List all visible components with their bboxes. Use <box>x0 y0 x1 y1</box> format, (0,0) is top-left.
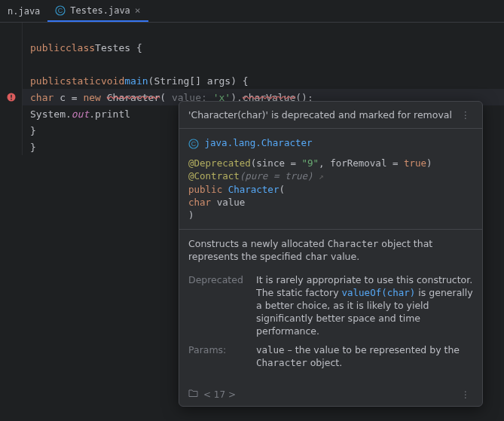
popup-title: 'Character(char)' is deprecated and mark… <box>188 109 452 121</box>
tab-active[interactable]: C Testes.java × <box>47 0 148 22</box>
valueof-link[interactable]: valueOf(char) <box>342 287 416 298</box>
folder-icon[interactable] <box>188 389 199 400</box>
more-icon[interactable]: ⋮ <box>458 389 473 400</box>
svg-text:C: C <box>191 140 197 148</box>
svg-rect-4 <box>11 99 12 100</box>
params-text: value – the value to be represented by t… <box>256 343 473 369</box>
tab-inactive[interactable]: n.java <box>0 0 47 22</box>
tab-label: n.java <box>8 6 40 17</box>
external-link-icon[interactable]: ↗ <box>319 172 324 182</box>
editor-tabs: n.java C Testes.java × <box>0 0 504 23</box>
params-label: Params: <box>188 343 249 369</box>
close-icon[interactable]: × <box>135 5 141 16</box>
error-icon[interactable] <box>7 93 16 102</box>
class-icon: C <box>188 137 199 148</box>
deprecated-text: It is rarely appropriate to use this con… <box>256 273 473 337</box>
gutter <box>0 23 23 155</box>
jdk-nav[interactable]: < 17 > <box>203 389 236 400</box>
documentation-popup: 'Character(char)' is deprecated and mark… <box>179 101 483 407</box>
svg-text:C: C <box>58 7 63 14</box>
description: Constructs a newly allocated Character o… <box>179 230 482 270</box>
more-icon[interactable]: ⋮ <box>458 109 474 121</box>
fqcn-link[interactable]: java.lang.Character <box>205 137 313 148</box>
tab-label: Testes.java <box>70 5 130 16</box>
svg-rect-3 <box>11 95 12 98</box>
deprecated-label: Deprecated <box>188 273 249 337</box>
java-class-icon: C <box>55 5 66 16</box>
